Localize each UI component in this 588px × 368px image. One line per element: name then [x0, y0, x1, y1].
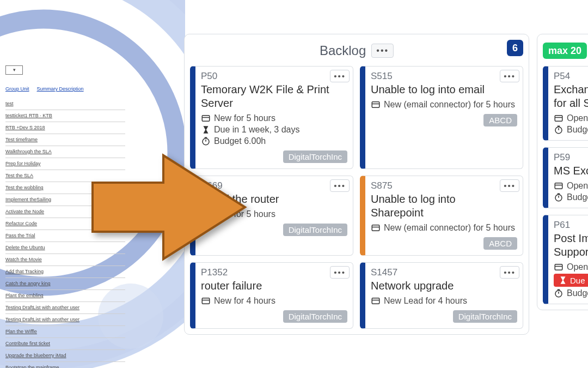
- card-menu-button[interactable]: •••: [500, 70, 519, 82]
- card-id: P50: [201, 71, 347, 82]
- legacy-row[interactable]: Test timeframe: [5, 134, 125, 146]
- column-max-badge: max 20: [543, 43, 587, 59]
- card-tag: DigitalTorchInc: [283, 150, 347, 163]
- card-status: Open: [554, 262, 588, 272]
- legacy-row[interactable]: Testing DraftList with another user: [5, 314, 125, 326]
- svg-rect-5: [202, 116, 210, 122]
- legacy-row[interactable]: Activate the Node: [5, 206, 125, 218]
- stopwatch-icon: [554, 125, 564, 135]
- legacy-row[interactable]: Testing DraftList with another user: [5, 302, 125, 314]
- column-title: Backlog: [320, 43, 366, 58]
- card-id: P1352: [201, 267, 347, 278]
- legacy-header-summary: Summary Description: [37, 85, 84, 94]
- svg-rect-25: [555, 183, 562, 189]
- legacy-row[interactable]: RTB +Dev S 2018: [5, 122, 125, 134]
- status-icon: [371, 100, 381, 110]
- column-count-badge: 6: [507, 40, 523, 56]
- legacy-row[interactable]: Test the SLA: [5, 170, 125, 182]
- card-status: New (email connector) for 5 hours: [371, 100, 517, 110]
- card-title: MS Exchange: [554, 164, 588, 178]
- card-menu-button[interactable]: •••: [500, 179, 519, 192]
- status-icon: [371, 223, 381, 233]
- kanban-card[interactable]: ••• S875 Unable to log into Sharepoint N…: [360, 176, 523, 256]
- card-status-text: New for 5 hours: [214, 209, 275, 219]
- svg-rect-18: [372, 298, 379, 304]
- card-budget: Budget: [554, 192, 588, 202]
- legacy-list-panel: Group Unit Summary Description test test…: [0, 0, 185, 368]
- card-menu-button[interactable]: •••: [500, 266, 519, 279]
- legacy-row[interactable]: Prep for Holiday: [5, 158, 125, 170]
- card-tag: DigitalTorchInc: [453, 310, 517, 323]
- kanban-card[interactable]: P54 Exchange Email Service for all Serve…: [543, 66, 588, 141]
- legacy-row[interactable]: Delete the Ubuntu: [5, 242, 125, 254]
- status-icon: [554, 181, 564, 191]
- legacy-row[interactable]: testticket1 RTB · KTB: [5, 110, 125, 122]
- card-id: S1457: [371, 267, 517, 278]
- card-due: Due in 1 week, 3 days: [201, 125, 347, 135]
- legacy-row[interactable]: Refactor Code: [5, 218, 125, 230]
- card-tag: ABCD: [483, 114, 517, 126]
- legacy-list: Group Unit Summary Description test test…: [5, 65, 125, 368]
- status-icon: [201, 113, 211, 123]
- status-icon: [554, 262, 564, 272]
- card-title: router failure: [201, 279, 332, 293]
- card-status: New for 5 hours: [201, 209, 347, 219]
- status-icon: [201, 296, 211, 306]
- card-status-text: Open: [567, 113, 588, 123]
- svg-rect-10: [372, 102, 379, 108]
- card-id: P61: [554, 220, 588, 231]
- kanban-card[interactable]: P61 Post Implementation Support Open Due…: [543, 215, 588, 304]
- card-id: S875: [371, 180, 517, 191]
- kanban-card[interactable]: ••• P1352 router failure New for 4 hours…: [190, 262, 353, 329]
- legacy-row[interactable]: Plant the embling: [5, 290, 125, 302]
- hourglass-icon: [201, 125, 211, 135]
- card-menu-button[interactable]: •••: [330, 266, 350, 279]
- svg-rect-16: [202, 298, 210, 304]
- kanban-card[interactable]: ••• S515 Unable to log into email New (e…: [360, 66, 523, 169]
- kanban-card[interactable]: ••• S1457 Network upgrade New Lead for 4…: [360, 262, 523, 329]
- card-menu-button[interactable]: •••: [330, 70, 350, 82]
- card-budget-text: Budget: [567, 125, 588, 135]
- card-menu-button[interactable]: •••: [330, 179, 350, 192]
- legacy-dropdown[interactable]: [5, 65, 23, 75]
- legacy-row[interactable]: Test the wobbling: [5, 182, 125, 194]
- legacy-row[interactable]: Walkthrough the SLA: [5, 146, 125, 158]
- svg-rect-12: [202, 212, 210, 218]
- card-due-text: Due in 1 week, 3 days: [214, 125, 299, 135]
- card-tag: DigitalTorchInc: [283, 310, 347, 323]
- card-status: New Lead for 4 hours: [371, 296, 517, 306]
- card-title: Post Implementation Support: [554, 232, 588, 259]
- legacy-row[interactable]: Catch the angry king: [5, 278, 125, 290]
- kanban-column-backlog: Backlog ••• 6 ••• P50 Temorary W2K File …: [184, 34, 529, 335]
- legacy-row[interactable]: Bootstrap the mainframe: [5, 362, 125, 368]
- stopwatch-icon: [554, 192, 564, 202]
- column-menu-button[interactable]: •••: [371, 44, 394, 58]
- card-id: P59: [554, 152, 588, 163]
- legacy-row[interactable]: Pass the Trial: [5, 230, 125, 242]
- stopwatch-icon: [554, 288, 564, 298]
- card-status-text: New for 4 hours: [214, 296, 275, 306]
- legacy-row[interactable]: Add that Tracking: [5, 266, 125, 278]
- card-status-text: New (email connector) for 5 hours: [384, 100, 515, 110]
- card-status-text: Open: [567, 181, 588, 191]
- legacy-row[interactable]: Implement theSailing: [5, 194, 125, 206]
- legacy-row[interactable]: Plan the Wiffle: [5, 326, 125, 338]
- kanban-card[interactable]: ••• P669 Install the router New for 5 ho…: [190, 176, 353, 256]
- card-id: S515: [371, 71, 517, 82]
- kanban-card[interactable]: P59 MS Exchange Open Budget: [543, 147, 588, 208]
- card-status-text: Open: [567, 262, 588, 272]
- kanban-card[interactable]: ••• P50 Temorary W2K File & Print Server…: [190, 66, 353, 169]
- card-title: Unable to log into email: [371, 83, 501, 96]
- due-red-text: Due: [570, 276, 585, 285]
- legacy-row[interactable]: test: [5, 98, 125, 110]
- column-header: Backlog ••• 6: [190, 40, 523, 62]
- legacy-row[interactable]: Upgrade the blueberry iMad: [5, 350, 125, 362]
- legacy-row[interactable]: Contribute first ticket: [5, 338, 125, 350]
- card-status: New for 5 hours: [201, 113, 347, 123]
- legacy-row[interactable]: Watch the Movie: [5, 254, 125, 266]
- kanban-column-next: max 20 P54 Exchange Email Service for al…: [537, 34, 588, 310]
- card-tag: DigitalTorchInc: [283, 224, 347, 236]
- stopwatch-icon: [201, 136, 211, 146]
- card-budget: Budget: [554, 125, 588, 135]
- status-icon: [554, 113, 564, 123]
